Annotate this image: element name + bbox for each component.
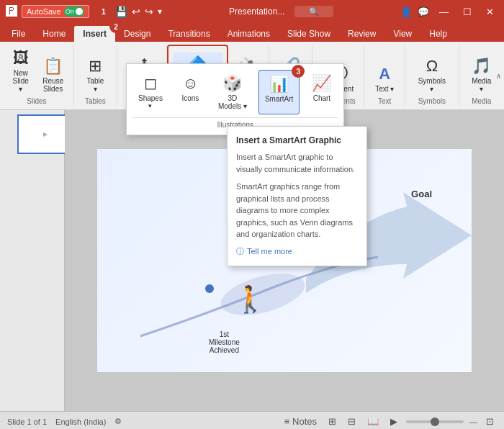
step1-badge: 1 <box>96 4 111 19</box>
tab-review[interactable]: Review <box>339 26 384 42</box>
tab-slideshow[interactable]: Slide Show <box>279 26 339 42</box>
presentation-title: Presentation... <box>229 6 284 17</box>
search-box[interactable]: 🔍 <box>294 6 333 17</box>
ribbon-group-text: A Text ▾ Text <box>364 45 405 107</box>
icons-button[interactable]: ☺ Icons <box>174 70 207 114</box>
save-icon[interactable]: 💾 <box>115 6 127 17</box>
zoom-slider[interactable] <box>406 420 464 423</box>
symbols-icon: Ω <box>426 57 438 76</box>
status-bar: Slide 1 of 1 English (India) ⚙ ≡ Notes ⊞… <box>0 411 504 429</box>
shapes-button[interactable]: ◻ Shapes ▾ <box>132 70 168 114</box>
table-icon: ⊞ <box>89 57 102 76</box>
shapes-label: Shapes <box>138 94 163 102</box>
slides-group-label: Slides <box>27 97 46 105</box>
app-logo: 🅿 <box>6 5 17 18</box>
slideshow-view-button[interactable]: ▶ <box>387 415 400 428</box>
ribbon-tabs: File Home Insert 2 Design Transitions An… <box>0 23 504 42</box>
smartart-button[interactable]: 📊 SmartArt 3 <box>258 70 300 114</box>
zoom-level: — <box>469 417 477 426</box>
icons-icon: ☺ <box>182 74 198 93</box>
3d-models-label: 3D <box>228 94 238 102</box>
ribbon-group-symbols: Ω Symbols ▾ Symbols <box>405 45 459 107</box>
tab-help[interactable]: Help <box>420 26 456 42</box>
close-button[interactable]: ✕ <box>482 5 498 19</box>
tab-insert[interactable]: Insert 2 <box>74 26 115 42</box>
autosave-label: AutoSave <box>27 7 61 16</box>
title-bar-right: 👤 💬 — ☐ ✕ <box>400 5 498 19</box>
accessibility-icon[interactable]: ⚙ <box>114 417 122 426</box>
reuse-slides-button[interactable]: 📋 Reuse Slides <box>38 54 67 96</box>
text-group-label: Text <box>378 97 391 105</box>
tab-transitions[interactable]: Transitions <box>159 26 218 42</box>
smartart-icon: 📊 <box>269 75 289 94</box>
ribbon-group-slides: 🖼 New Slide ▾ 📋 Reuse Slides Slides <box>0 45 74 107</box>
autosave-state: On <box>66 8 74 15</box>
zoom-slider-thumb <box>431 417 439 426</box>
smartart-tooltip-title: Insert a SmartArt Graphic <box>236 135 358 145</box>
table-button[interactable]: ⊞ Table ▾ <box>80 54 111 96</box>
text-button[interactable]: A Text ▾ <box>370 62 399 96</box>
notes-icon: ≡ <box>284 416 290 427</box>
minimize-button[interactable]: — <box>435 5 453 19</box>
tab-home[interactable]: Home <box>34 26 74 42</box>
shapes-icon: ◻ <box>144 74 157 93</box>
tables-group-label: Tables <box>85 97 106 105</box>
text-group-items: A Text ▾ <box>370 46 399 96</box>
step2-badge: 2 <box>109 20 122 33</box>
notes-label: Notes <box>292 416 317 427</box>
media-icon: 🎵 <box>472 57 491 76</box>
goal-label: Goal <box>411 189 432 199</box>
chart-icon: 📈 <box>312 74 331 93</box>
tell-more-link[interactable]: ⓘ Tell me more <box>236 246 358 257</box>
chart-label: Chart <box>313 94 330 102</box>
undo-icon[interactable]: ↩ <box>132 6 140 17</box>
3d-models-button[interactable]: 🎲 3D Models ▾ <box>212 70 253 114</box>
title-bar-left: 🅿 AutoSave On 1 💾 ↩ ↪ ▾ <box>6 4 162 19</box>
redo-icon[interactable]: ↪ <box>145 6 153 17</box>
symbols-button[interactable]: Ω Symbols ▾ <box>411 54 452 96</box>
info-icon: ⓘ <box>236 246 244 257</box>
maximize-button[interactable]: ☐ <box>459 5 476 19</box>
fit-slide-button[interactable]: ⊡ <box>483 415 497 428</box>
media-button[interactable]: 🎵 Media ▾ <box>465 54 498 96</box>
autosave-toggle[interactable]: On <box>64 6 84 17</box>
slides-group-items: 🖼 New Slide ▾ 📋 Reuse Slides <box>6 46 68 96</box>
media-group-label: Media <box>472 97 491 105</box>
chart-button[interactable]: 📈 Chart <box>305 70 338 114</box>
notes-button[interactable]: ≡ Notes <box>282 415 320 428</box>
new-slide-button[interactable]: 🖼 New Slide ▾ <box>6 46 35 96</box>
ribbon-group-tables: ⊞ Table ▾ Tables <box>74 45 117 107</box>
smartart-label: SmartArt <box>265 95 293 103</box>
slide-count: Slide 1 of 1 <box>7 417 47 426</box>
milestone-line1: 1st <box>220 330 229 338</box>
share-icon[interactable]: 👤 <box>400 6 412 17</box>
tell-more-label: Tell me more <box>247 247 292 256</box>
title-bar-center: Presentation... 🔍 <box>162 6 400 17</box>
text-icon: A <box>379 65 390 83</box>
status-bar-right: ≡ Notes ⊞ ⊟ 📖 ▶ — ⊡ <box>282 415 497 428</box>
tables-group-items: ⊞ Table ▾ <box>80 46 111 96</box>
milestone-dot <box>205 284 214 293</box>
slide-sorter-button[interactable]: ⊟ <box>345 415 359 428</box>
new-slide-icon: 🖼 <box>13 49 29 68</box>
illustrations-items: ◻ Shapes ▾ ☺ Icons 🎲 3D Models ▾ 📊 Smart… <box>132 70 338 114</box>
milestone-text: 1st Milestone Achieved <box>209 330 240 354</box>
media-group-items: 🎵 Media ▾ <box>465 46 498 96</box>
smartart-tooltip-desc1: Insert a SmartArt graphic to visually co… <box>236 151 358 175</box>
tab-animations[interactable]: Animations <box>219 26 279 42</box>
3d-models-icon: 🎲 <box>222 74 242 93</box>
tab-file[interactable]: File <box>3 26 34 42</box>
tab-view[interactable]: View <box>384 26 420 42</box>
slide-panel-item[interactable]: 1 ▶ <box>3 114 61 154</box>
language-indicator: English (India) <box>55 417 106 426</box>
smartart-tooltip-desc2: SmartArt graphics range from graphical l… <box>236 181 358 240</box>
status-bar-left: Slide 1 of 1 English (India) ⚙ <box>7 417 122 426</box>
ribbon-collapse-button[interactable]: ∧ <box>496 72 501 80</box>
normal-view-button[interactable]: ⊞ <box>325 415 339 428</box>
reading-view-button[interactable]: 📖 <box>364 415 382 428</box>
illustrations-dropdown: ◻ Shapes ▾ ☺ Icons 🎲 3D Models ▾ 📊 Smart… <box>126 63 344 135</box>
slide-panel: 1 ▶ <box>0 110 65 411</box>
step3-badge: 3 <box>292 65 305 78</box>
icons-label: Icons <box>181 94 199 102</box>
comments-icon[interactable]: 💬 <box>418 6 429 17</box>
